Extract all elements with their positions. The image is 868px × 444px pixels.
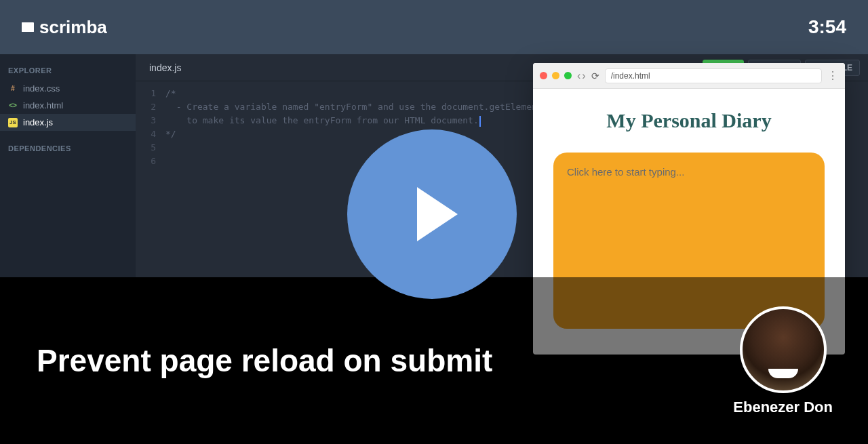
traffic-lights: [540, 72, 572, 79]
line-number: 5: [136, 141, 165, 155]
code-line: /*: [165, 87, 176, 100]
close-icon[interactable]: [540, 72, 547, 79]
maximize-icon[interactable]: [564, 72, 572, 79]
tab-index-js[interactable]: index.js: [144, 62, 186, 73]
brand-logo[interactable]: scrimba: [22, 17, 107, 38]
diary-placeholder: Click here to start typing...: [567, 166, 684, 178]
file-label: index.css: [23, 83, 60, 94]
avatar[interactable]: [740, 306, 827, 393]
top-bar: scrimba 3:54: [0, 0, 868, 54]
menu-icon[interactable]: ⋮: [827, 69, 838, 82]
line-number: 3: [136, 114, 165, 127]
timer: 3:54: [808, 16, 846, 38]
dependencies-header: DEPENDENCIES: [0, 139, 136, 158]
js-file-icon: JS: [8, 118, 18, 127]
file-item-js[interactable]: JS index.js: [0, 114, 136, 131]
line-number: 2: [136, 100, 165, 114]
css-file-icon: #: [8, 84, 18, 94]
back-icon[interactable]: ‹: [577, 70, 580, 82]
explorer-header: EXPLORER: [0, 61, 136, 80]
url-bar[interactable]: [605, 68, 822, 83]
code-line: to make its value the entryForm from our…: [165, 114, 481, 127]
play-button[interactable]: [347, 129, 517, 299]
sidebar: EXPLORER # index.css <> index.html JS in…: [0, 54, 136, 277]
line-number: 6: [136, 155, 165, 168]
scrimba-icon: [22, 22, 34, 32]
play-icon: [417, 187, 458, 241]
browser-chrome: ‹ › ⟳ ⋮: [533, 63, 845, 89]
file-label: index.js: [23, 117, 53, 127]
instructor-block: Ebenezer Don: [733, 306, 833, 416]
line-number: 4: [136, 127, 165, 141]
text-cursor: [479, 116, 481, 127]
minimize-icon[interactable]: [552, 72, 559, 79]
line-number: 1: [136, 87, 165, 100]
instructor-name: Ebenezer Don: [733, 399, 833, 416]
brand-name: scrimba: [39, 17, 107, 38]
lesson-title: Prevent page reload on submit: [37, 342, 492, 379]
file-item-html[interactable]: <> index.html: [0, 97, 136, 114]
forward-icon[interactable]: ›: [582, 70, 585, 82]
page-title: My Personal Diary: [553, 109, 825, 132]
refresh-icon[interactable]: ⟳: [591, 70, 599, 81]
nav-arrows: ‹ ›: [577, 70, 586, 82]
file-item-css[interactable]: # index.css: [0, 80, 136, 97]
code-line: */: [165, 127, 176, 141]
html-file-icon: <>: [8, 101, 18, 110]
file-label: index.html: [23, 100, 63, 110]
